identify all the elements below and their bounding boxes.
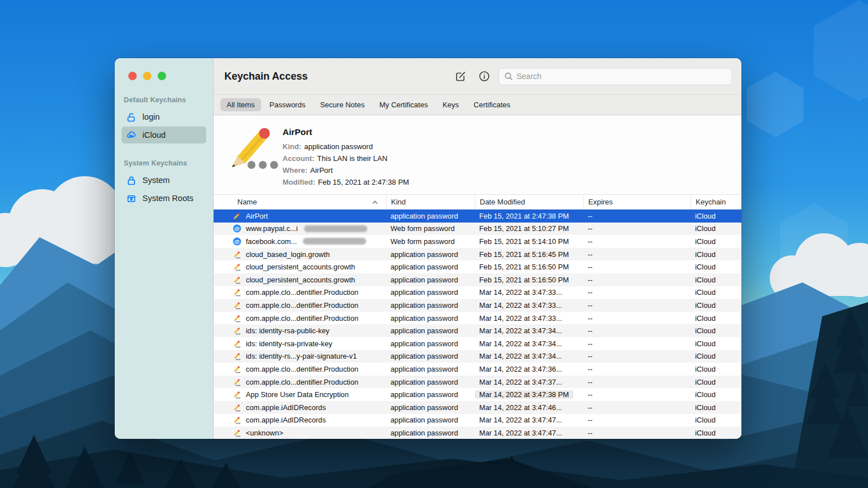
table-row[interactable]: com.apple.iAdIDRecordsapplication passwo…: [214, 401, 741, 414]
item-keychain: iCloud: [691, 352, 741, 360]
item-date-modified: Feb 15, 2021 at 5:16:50 PM: [475, 276, 583, 284]
detail-field-label: Account:: [283, 154, 314, 163]
application-password-icon: [233, 326, 241, 335]
search-input[interactable]: [517, 72, 727, 81]
item-kind: Web form password: [386, 237, 475, 246]
item-name: com.apple.clo...dentifier.Production: [246, 365, 358, 373]
table-row[interactable]: cloud_persistent_accounts.growthapplicat…: [214, 273, 741, 286]
table-row[interactable]: AirPortapplication passwordFeb 15, 2021 …: [214, 210, 741, 223]
item-expires: --: [583, 263, 691, 271]
item-date-modified: Mar 14, 2022 at 3:47:33...: [475, 314, 583, 323]
item-kind: application password: [386, 276, 475, 284]
redacted-text: [303, 238, 366, 245]
zoom-button[interactable]: [158, 72, 166, 80]
column-header-kind[interactable]: Kind: [386, 195, 475, 209]
column-header-name[interactable]: Name: [214, 195, 386, 209]
toolbar: Keychain Access: [214, 58, 741, 95]
info-icon[interactable]: [475, 68, 494, 85]
table-row[interactable]: ids: identity-rsa-public-keyapplication …: [214, 324, 741, 337]
item-name: com.apple.iAdIDRecords: [246, 416, 326, 424]
item-expires: --: [583, 237, 691, 246]
sidebar-item-label: login: [142, 112, 160, 121]
sidebar-item-system[interactable]: System: [121, 172, 206, 189]
item-name: com.apple.clo...dentifier.Production: [246, 314, 358, 323]
item-date-modified: Feb 15, 2021 at 5:10:27 PM: [475, 224, 583, 233]
table-row[interactable]: com.apple.clo...dentifier.Productionappl…: [214, 312, 741, 325]
compose-icon[interactable]: [451, 68, 470, 85]
application-password-icon: [233, 276, 241, 284]
sidebar-item-label: iCloud: [142, 130, 166, 140]
table-row[interactable]: ids: identity-rsa-private-keyapplication…: [214, 337, 741, 350]
item-kind: application password: [386, 314, 475, 323]
detail-field-value: This LAN is their LAN: [317, 154, 387, 163]
tab-secure-notes[interactable]: Secure Notes: [314, 98, 371, 111]
table-row[interactable]: ids: identity-rs...y-pair-signature-v1ap…: [214, 350, 741, 363]
tab-all-items[interactable]: All Items: [220, 98, 261, 111]
column-header-expires[interactable]: Expires: [583, 195, 691, 209]
item-kind: Web form password: [386, 224, 475, 233]
icloud-keychain-icon: [126, 130, 137, 141]
item-date-modified: Mar 14, 2022 at 3:47:38 PM: [475, 390, 583, 399]
table-row[interactable]: com.apple.clo...dentifier.Productionappl…: [214, 286, 741, 299]
sidebar-section-header: Default Keychains: [115, 94, 213, 107]
application-password-icon: [233, 212, 241, 220]
item-name: <unknown>: [246, 429, 283, 437]
item-name: com.apple.clo...dentifier.Production: [246, 301, 358, 310]
item-kind: application password: [386, 390, 475, 399]
application-password-icon: [233, 390, 241, 399]
column-header-label: Kind: [391, 198, 406, 206]
tab-certificates[interactable]: Certificates: [467, 98, 517, 111]
detail-title: AirPort: [283, 127, 409, 137]
item-kind: application password: [386, 326, 475, 335]
close-button[interactable]: [128, 72, 137, 80]
table-row[interactable]: com.apple.clo...dentifier.Productionappl…: [214, 376, 741, 389]
item-expires: --: [583, 352, 691, 360]
minimize-button[interactable]: [143, 72, 151, 80]
column-header-date-modified[interactable]: Date Modified: [475, 195, 583, 209]
item-kind: application password: [386, 429, 475, 437]
table-row[interactable]: @facebook.com...Web form passwordFeb 15,…: [214, 235, 741, 248]
item-keychain: iCloud: [691, 365, 741, 373]
table-row[interactable]: com.apple.iAdIDRecordsapplication passwo…: [214, 414, 741, 427]
table-row[interactable]: App Store User Data Encryptionapplicatio…: [214, 388, 741, 401]
application-password-icon: [233, 365, 241, 373]
item-expires: --: [583, 301, 691, 310]
application-password-icon: [233, 288, 241, 297]
column-header-keychain[interactable]: Keychain: [691, 195, 741, 209]
item-date-modified: Mar 14, 2022 at 3:47:34...: [475, 339, 583, 348]
item-name: ids: identity-rsa-public-key: [246, 326, 329, 335]
table-row[interactable]: <unknown>application passwordMar 14, 202…: [214, 426, 741, 439]
table-row[interactable]: com.apple.clo...dentifier.Productionappl…: [214, 299, 741, 312]
sidebar-item-system-roots[interactable]: System Roots: [121, 190, 206, 207]
item-date-modified: Feb 15, 2021 at 5:16:45 PM: [475, 250, 583, 259]
tab-passwords[interactable]: Passwords: [263, 98, 312, 111]
sidebar-item-icloud[interactable]: iCloud: [121, 127, 206, 143]
application-password-icon: [233, 314, 241, 323]
keychain-access-window: Default KeychainsloginiCloudSystem Keych…: [115, 58, 741, 439]
item-kind: application password: [386, 365, 475, 373]
item-name: com.apple.clo...dentifier.Production: [246, 288, 358, 297]
item-kind: application password: [386, 378, 475, 386]
item-name: ids: identity-rsa-private-key: [246, 339, 332, 348]
table-row[interactable]: cloud_persistent_accounts.growthapplicat…: [214, 260, 741, 273]
item-keychain: iCloud: [691, 403, 741, 412]
table-row[interactable]: com.apple.clo...dentifier.Productionappl…: [214, 363, 741, 376]
application-password-icon: [233, 339, 241, 348]
item-keychain: iCloud: [691, 301, 741, 310]
item-name: www.paypal.c...i: [246, 224, 298, 233]
item-name: cloud_persistent_accounts.growth: [246, 263, 355, 271]
column-header-label: Date Modified: [480, 198, 525, 206]
item-date-modified: Mar 14, 2022 at 3:47:34...: [475, 352, 583, 360]
table-row[interactable]: cloud_based_login.growthapplication pass…: [214, 248, 741, 261]
item-expires: --: [583, 403, 691, 412]
table-header: NameKindDate ModifiedExpiresKeychain: [214, 194, 741, 210]
item-date-modified: Mar 14, 2022 at 3:47:47...: [475, 429, 583, 437]
item-keychain: iCloud: [691, 390, 741, 399]
sidebar-item-login[interactable]: login: [121, 108, 206, 125]
item-expires: --: [583, 250, 691, 259]
tab-my-certificates[interactable]: My Certificates: [373, 98, 434, 111]
table-row[interactable]: @www.paypal.c...iWeb form passwordFeb 15…: [214, 223, 741, 236]
tab-keys[interactable]: Keys: [436, 98, 465, 111]
item-expires: --: [583, 314, 691, 323]
item-date-modified: Mar 14, 2022 at 3:47:33...: [475, 301, 583, 310]
